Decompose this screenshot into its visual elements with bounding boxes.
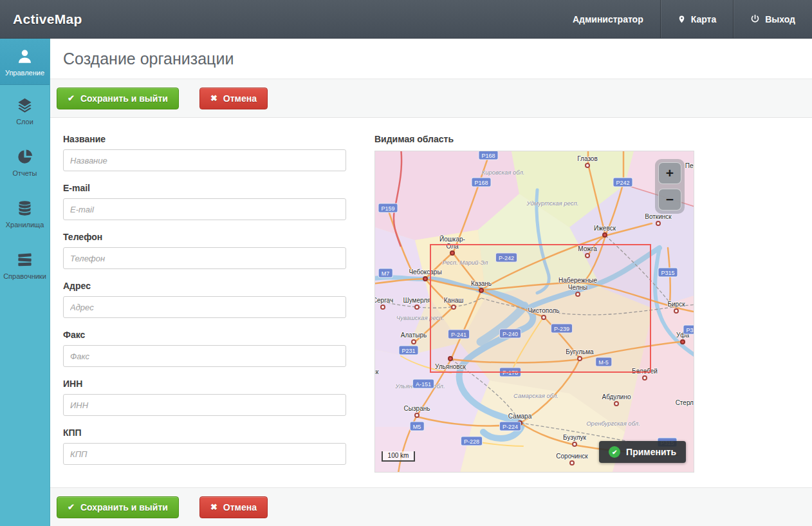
main-content: Создание организации ✔ Сохранить и выйти… xyxy=(50,39,812,526)
visible-area-label: Видимая область xyxy=(374,134,694,144)
email-input[interactable] xyxy=(63,198,346,220)
logout-label: Выход xyxy=(765,14,795,24)
city-dot-icon xyxy=(642,375,647,380)
road-badge: Р315 xyxy=(683,325,694,335)
apply-button-label: Применить xyxy=(626,447,676,457)
sidebar-item-label: Справочники xyxy=(3,273,46,280)
visible-area-section: Видимая область xyxy=(374,134,694,481)
city-dot-icon xyxy=(569,460,575,465)
city-dot-icon xyxy=(572,442,577,447)
road-badge: Р231 xyxy=(398,346,418,355)
database-icon xyxy=(16,199,34,217)
sidebar-item-label: Хранилища xyxy=(6,221,44,229)
top-toolbar: ✔ Сохранить и выйти ✖ Отмена xyxy=(50,79,812,118)
name-input[interactable] xyxy=(63,149,346,171)
check-icon: ✔ xyxy=(68,94,75,102)
map-region-label: Оренбургская обл. xyxy=(586,420,640,427)
map-selection-rectangle[interactable] xyxy=(430,244,651,373)
name-label: Название xyxy=(63,134,346,144)
city-dot-icon xyxy=(656,221,661,226)
city-dot-icon xyxy=(585,163,590,168)
city-dot-icon xyxy=(414,305,420,310)
city-dot-icon xyxy=(602,232,607,238)
fax-label: Факс xyxy=(63,330,346,340)
road-badge: А-151 xyxy=(412,379,434,389)
app-logo: ActiveMap xyxy=(0,12,82,27)
zoom-out-button[interactable]: − xyxy=(658,189,681,211)
cancel-button-label: Отмена xyxy=(223,502,257,512)
map-canvas[interactable]: ГлазовПермьВоткинскИжевскМожгаЙошкар-Ола… xyxy=(374,151,694,473)
check-icon: ✔ xyxy=(68,503,75,511)
sidebar-item-label: Слои xyxy=(16,118,33,126)
pie-chart-icon xyxy=(16,147,34,165)
city-dot-icon xyxy=(423,276,428,281)
city-dot-icon xyxy=(411,339,416,344)
apply-button[interactable]: ✔ Применить xyxy=(599,441,686,463)
inn-label: ИНН xyxy=(63,379,346,389)
save-and-exit-button[interactable]: ✔ Сохранить и выйти xyxy=(57,88,179,109)
road-badge: Р168 xyxy=(471,178,491,187)
cross-icon: ✖ xyxy=(210,94,217,102)
sidebar-item-management[interactable]: Управление xyxy=(0,39,50,85)
map-link[interactable]: Карта xyxy=(661,0,734,38)
page-title: Создание организации xyxy=(63,50,799,68)
road-badge: Р315 xyxy=(658,268,678,277)
logout-button[interactable]: Выход xyxy=(734,0,812,38)
map-scale-bar: 100 km xyxy=(382,451,415,462)
road-badge: Р-228 xyxy=(461,437,483,446)
sidebar-item-reports[interactable]: Отчеты xyxy=(0,136,50,188)
sidebar-item-directories[interactable]: Справочники xyxy=(0,240,50,291)
save-and-exit-button-bottom[interactable]: ✔ Сохранить и выйти xyxy=(57,496,179,518)
map-region-label: Кировская обл. xyxy=(482,169,525,176)
content-area: Название E-mail Телефон Адрес Факс ИНН xyxy=(50,118,812,487)
user-name-label: Администратор xyxy=(573,14,643,24)
sidebar: Управление Слои Отчеты Хранилища Справоч… xyxy=(0,39,50,526)
power-icon xyxy=(750,14,760,24)
road-badge: М7 xyxy=(378,268,393,278)
city-dot-icon xyxy=(414,413,420,418)
map-region-label: Самарская обл. xyxy=(513,392,558,399)
cancel-button-bottom[interactable]: ✖ Отмена xyxy=(199,496,268,518)
city-dot-icon xyxy=(614,401,619,406)
check-circle-icon: ✔ xyxy=(609,446,620,458)
save-button-label: Сохранить и выйти xyxy=(80,93,168,104)
sidebar-item-layers[interactable]: Слои xyxy=(0,85,50,136)
map-link-label: Карта xyxy=(691,14,717,24)
email-label: E-mail xyxy=(63,183,346,193)
cancel-button-label: Отмена xyxy=(223,93,257,104)
address-label: Адрес xyxy=(63,281,346,291)
city-dot-icon xyxy=(674,308,679,314)
cross-icon: ✖ xyxy=(210,503,217,511)
map-pin-icon xyxy=(678,14,686,24)
inn-input[interactable] xyxy=(63,394,346,416)
zoom-in-button[interactable]: + xyxy=(658,162,681,184)
kpp-label: КПП xyxy=(63,427,346,438)
cancel-button[interactable]: ✖ Отмена xyxy=(199,88,268,109)
road-badge: Р242 xyxy=(613,178,632,187)
kpp-input[interactable] xyxy=(63,443,346,465)
organization-form: Название E-mail Телефон Адрес Факс ИНН xyxy=(63,134,346,481)
map-region-label: Удмуртская респ. xyxy=(527,200,579,207)
city-dot-icon xyxy=(680,339,685,344)
road-badge: Р168 xyxy=(478,151,498,160)
address-input[interactable] xyxy=(63,296,346,318)
road-badge: Р-224 xyxy=(499,422,521,431)
city-dot-icon xyxy=(380,305,385,310)
layers-icon xyxy=(16,96,34,114)
sidebar-item-storage[interactable]: Хранилища xyxy=(0,188,50,240)
road-badge: М5 xyxy=(410,422,425,431)
phone-label: Телефон xyxy=(63,232,346,242)
save-button-label: Сохранить и выйти xyxy=(80,502,168,512)
user-menu[interactable]: Администратор xyxy=(556,0,660,38)
zoom-control: + − xyxy=(655,159,685,214)
road-badge: Р159 xyxy=(378,203,398,213)
bottom-toolbar: ✔ Сохранить и выйти ✖ Отмена xyxy=(50,487,812,526)
books-icon xyxy=(16,250,34,268)
user-icon xyxy=(16,47,34,65)
sidebar-item-label: Управление xyxy=(5,70,44,77)
fax-input[interactable] xyxy=(63,345,346,367)
sidebar-item-label: Отчеты xyxy=(12,170,37,177)
top-bar: ActiveMap Администратор Карта Выход xyxy=(0,0,812,39)
phone-input[interactable] xyxy=(63,247,346,269)
